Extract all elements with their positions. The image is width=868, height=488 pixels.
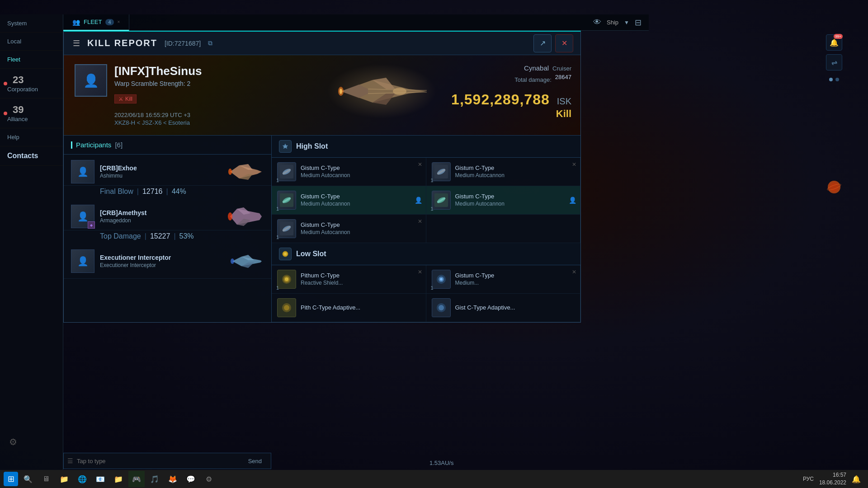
sidebar-item-alliance[interactable]: 39 Alliance — [0, 99, 63, 128]
executioner-ship-icon — [228, 251, 264, 271]
kill-value-section: Cynabal Cruiser Total damage: 28647 1,59… — [451, 64, 571, 120]
low-slot-img-1 — [277, 270, 296, 289]
modal-actions: ↗ ✕ — [533, 34, 573, 52]
slot-person-icon-3: 👤 — [415, 197, 422, 204]
folder-button[interactable]: 📁 — [110, 471, 127, 487]
right-side-panel: 🔔 99+ ⇌ — [823, 31, 845, 201]
external-link-button[interactable]: ↗ — [533, 34, 552, 52]
amethyst-ship: Armageddon — [100, 217, 222, 224]
eye-icon: 👁 — [593, 18, 601, 27]
chevron-down-icon[interactable]: ▼ — [624, 19, 629, 26]
slot-count-3: 1 — [276, 206, 279, 211]
exhoe-damage: 12716 — [142, 188, 163, 196]
app-button-2[interactable]: 🦊 — [165, 471, 181, 487]
participant-row-amethyst: 👤 ◆ [CRB]Amethyst Armageddon — [64, 199, 271, 230]
low-slot-img-3 — [277, 298, 296, 317]
amethyst-avatar: 👤 ◆ — [71, 205, 94, 228]
planet-icon — [826, 179, 842, 195]
low-slot-close-2[interactable]: ✕ — [572, 269, 576, 275]
amethyst-pct: 53% — [179, 232, 194, 240]
mail-button[interactable]: 📧 — [92, 471, 108, 487]
slot-subname-1: Medium Autocannon — [301, 172, 350, 179]
svg-point-54 — [830, 183, 839, 192]
discord-button[interactable]: 💬 — [183, 471, 199, 487]
participants-header: Participants [6] — [64, 136, 271, 155]
slot-subname-2: Medium Autocannon — [455, 172, 505, 179]
language-indicator[interactable]: РУС — [799, 476, 817, 482]
sidebar-item-corporation[interactable]: 23 Corporation — [0, 69, 63, 99]
sidebar-item-fleet[interactable]: Fleet — [0, 51, 63, 69]
avatar-icon: 👤 — [77, 211, 89, 222]
amethyst-name: [CRB]Amethyst — [100, 209, 222, 216]
exhoe-stats: Final Blow | 12716 | 44% — [64, 186, 271, 199]
slot-close-5[interactable]: ✕ — [418, 218, 422, 225]
ship-image — [318, 60, 445, 123]
filter-icon[interactable]: ⊟ — [635, 18, 642, 28]
sidebar-item-help[interactable]: Help — [0, 128, 63, 146]
low-slot-header: Low Slot — [272, 243, 580, 265]
explorer-button[interactable]: 📁 — [56, 471, 72, 487]
kill-report-title: KILL REPORT — [87, 38, 157, 48]
slot-name-4: Gistum C-Type — [455, 193, 505, 201]
app-button-3[interactable]: ⚙ — [201, 471, 217, 487]
slot-close-2[interactable]: ✕ — [572, 161, 576, 168]
sidebar-item-local[interactable]: Local — [0, 33, 63, 51]
slot-count-4: 1 — [431, 206, 434, 211]
notification-center-button[interactable]: 🔔 — [848, 471, 864, 487]
modal-close-button[interactable]: ✕ — [555, 34, 573, 52]
avatar-icon: 👤 — [77, 166, 89, 177]
svg-point-5 — [393, 88, 406, 95]
sidebar-item-system[interactable]: System — [0, 14, 63, 33]
send-button[interactable]: Send — [243, 456, 267, 466]
ship-filter-label[interactable]: Ship — [607, 19, 618, 26]
slot-name-3: Gistum C-Type — [301, 193, 350, 201]
exhoe-name: [CRB]Exhoe — [100, 164, 222, 172]
swap-button[interactable]: ⇌ — [826, 54, 842, 70]
settings-icon[interactable]: ⚙ — [9, 436, 17, 447]
modal-menu-icon[interactable]: ☰ — [73, 38, 80, 48]
left-sidebar: System Local Fleet 23 Corporation 39 All… — [0, 14, 63, 470]
low-slot-count-1: 1 — [276, 285, 279, 291]
game-button[interactable]: 🎮 — [128, 471, 145, 487]
final-blow-label: Final Blow — [100, 188, 133, 196]
notification-button[interactable]: 🔔 99+ — [826, 34, 842, 51]
svg-point-49 — [284, 305, 289, 310]
slot-img-2 — [432, 162, 451, 181]
kill-type-badge: ⚔ Kill — [114, 94, 137, 103]
page-dot-2[interactable] — [835, 78, 839, 81]
low-slot-name-1: Pithum C-Type — [301, 272, 343, 280]
copy-icon[interactable]: ⧉ — [208, 39, 212, 47]
high-slot-item-6 — [426, 215, 581, 243]
high-slot-icon — [279, 140, 292, 153]
slots-panel: High Slot Gistum C-Type — [272, 136, 580, 322]
start-button[interactable]: ⊞ — [4, 472, 18, 486]
page-dot-1[interactable] — [829, 78, 833, 81]
chat-menu-icon[interactable]: ☰ — [67, 457, 73, 465]
app-button-1[interactable]: 🎵 — [146, 471, 163, 487]
browser-button[interactable]: 🌐 — [74, 471, 90, 487]
svg-point-17 — [228, 212, 232, 221]
kill-content: Participants [6] 👤 [CRB]Exhoe Ashimmu — [64, 136, 580, 322]
chat-input[interactable] — [77, 458, 239, 465]
exhoe-ship: Ashimmu — [100, 173, 222, 179]
slot-close-1[interactable]: ✕ — [418, 161, 422, 168]
page-dots — [826, 74, 843, 85]
svg-point-46 — [440, 278, 443, 281]
slot-person-icon-4: 👤 — [569, 197, 576, 204]
high-slot-label: High Slot — [296, 142, 328, 150]
low-slot-label: Low Slot — [296, 250, 326, 258]
low-slot-close-1[interactable]: ✕ — [418, 269, 422, 275]
armageddon-ship-icon — [228, 206, 264, 226]
interceptor-avatar: 👤 — [71, 249, 94, 273]
tab-close-icon[interactable]: × — [118, 19, 120, 24]
low-slot-name-2: Gistum C-Type — [455, 272, 495, 280]
search-taskbar-button[interactable]: 🔍 — [20, 471, 36, 487]
taskview-button[interactable]: 🖥 — [38, 471, 54, 487]
slot-subname-5: Medium Autocannon — [301, 229, 350, 236]
participant-item: 👤 Executioner Interceptor Executioner In… — [64, 244, 271, 279]
top-damage-label: Top Damage — [100, 232, 141, 240]
svg-point-42 — [285, 277, 288, 281]
participant-item: 👤 ◆ [CRB]Amethyst Armageddon — [64, 199, 271, 244]
sidebar-item-contacts[interactable]: Contacts — [0, 146, 63, 166]
tab-fleet[interactable]: 👥 FLEET 4 × — [63, 14, 129, 31]
